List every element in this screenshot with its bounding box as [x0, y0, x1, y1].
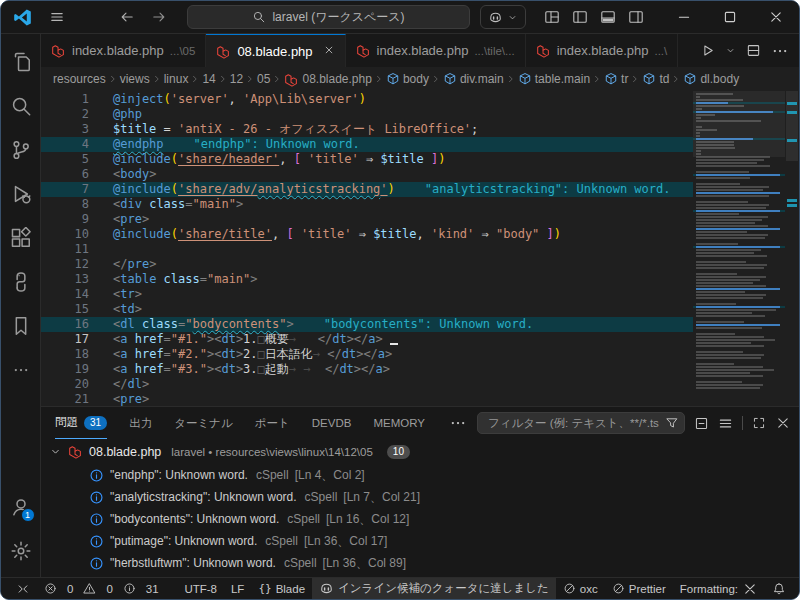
status-item-oxc[interactable]: oxc — [556, 578, 605, 599]
close-window-button[interactable] — [753, 1, 799, 34]
code-line[interactable]: 20</dl> — [41, 377, 693, 392]
panel-tab-ターミナル[interactable]: ターミナル — [174, 407, 233, 439]
breadcrumb-item[interactable]: 12 — [230, 72, 243, 86]
breadcrumb-file[interactable]: 08.blade.php — [284, 72, 371, 87]
editor-scrollbar[interactable] — [785, 91, 799, 406]
menu-icon[interactable] — [49, 9, 65, 25]
code-line[interactable]: 1@inject('server', 'App\Lib\server') — [41, 92, 693, 107]
panel-tab-問題[interactable]: 問題31 — [55, 407, 107, 439]
minimap-slider[interactable] — [693, 91, 785, 157]
problem-row[interactable]: "putimage": Unknown word.cSpell[Ln 36、Co… — [41, 530, 799, 552]
run-options-chevron-icon[interactable] — [725, 45, 736, 56]
toggle-secondary-sidebar-icon[interactable] — [628, 9, 644, 25]
breadcrumb-item[interactable]: linux — [164, 72, 189, 86]
problem-row[interactable]: "endphp": Unknown word.cSpell[Ln 4、Col 2… — [41, 464, 799, 486]
breadcrumb-item[interactable]: 05 — [257, 72, 270, 86]
forward-icon[interactable] — [151, 9, 167, 25]
activitybar-more[interactable] — [1, 348, 41, 392]
breadcrumb-item[interactable]: resources — [53, 72, 106, 86]
activitybar-source-control[interactable] — [1, 128, 41, 172]
code-line[interactable]: 12</pre> — [41, 257, 693, 272]
activitybar-extensions[interactable] — [1, 216, 41, 260]
activitybar-settings[interactable] — [1, 529, 41, 573]
activitybar-explorer[interactable] — [1, 40, 41, 84]
activitybar-bookmarks[interactable] — [1, 304, 41, 348]
problems-filter[interactable] — [477, 412, 685, 434]
activitybar-python[interactable] — [1, 260, 41, 304]
code-line[interactable]: 11 — [41, 242, 693, 257]
problems-filter-input[interactable] — [486, 416, 661, 430]
status-item-lf[interactable]: LF — [224, 578, 251, 599]
activitybar-accounts[interactable]: 1 — [1, 485, 41, 529]
code-line[interactable]: 15<td> — [41, 302, 693, 317]
code-line[interactable]: 8<div class="main"> — [41, 197, 693, 212]
problem-row[interactable]: "analyticstracking": Unknown word.cSpell… — [41, 486, 799, 508]
activitybar-search[interactable] — [1, 84, 41, 128]
breadcrumb-symbol[interactable]: td — [642, 72, 669, 86]
panel-tab-DEVDB[interactable]: DEVDB — [312, 407, 352, 439]
code-line[interactable]: 18<a href="#2."><dt>2.□日本語化→ </dt></a> — [41, 347, 693, 362]
code-line[interactable]: 7@include('share/adv/analyticstracking')… — [41, 182, 693, 197]
problem-row[interactable]: "bodycontents": Unknown word.cSpell[Ln 1… — [41, 508, 799, 530]
problem-row[interactable]: "herbstluftwm": Unknown word.cSpell[Ln 3… — [41, 552, 799, 574]
code-line[interactable]: 21<pre> — [41, 392, 693, 406]
code-line[interactable]: 9<pre> — [41, 212, 693, 227]
status-item-utf-8[interactable]: UTF-8 — [177, 578, 224, 599]
status-item-prettier[interactable]: Prettier — [605, 578, 673, 599]
filter-icon[interactable] — [665, 416, 679, 430]
chevron-down-icon[interactable] — [49, 445, 62, 458]
minimap[interactable] — [693, 91, 785, 406]
tab-close-icon[interactable] — [323, 44, 335, 59]
editor-tab[interactable]: index.blade.php...\05 — [41, 34, 206, 67]
maximize-button[interactable] — [707, 1, 753, 34]
close-panel-icon[interactable] — [775, 415, 791, 431]
problems-file-group[interactable]: 08.blade.php laravel • resources\views\l… — [41, 439, 799, 464]
breadcrumb-symbol[interactable]: div.main — [443, 72, 504, 86]
code-line[interactable]: 3$title = 'antiX - 26 - オフィススイート LibreOf… — [41, 122, 693, 137]
code-line[interactable]: 4@endphp"endphp": Unknown word. — [41, 137, 693, 152]
code-line[interactable]: 6<body> — [41, 167, 693, 182]
status-item-bell[interactable] — [765, 578, 793, 599]
run-button[interactable] — [700, 43, 715, 58]
status-item-blade[interactable]: {}Blade — [251, 578, 312, 599]
copilot-menu[interactable] — [480, 5, 526, 29]
panel-tab-出力[interactable]: 出力 — [129, 407, 152, 439]
breadcrumb-symbol[interactable]: tr — [604, 72, 628, 86]
status-problems[interactable]: 0031 — [37, 578, 172, 599]
activitybar-run-debug[interactable] — [1, 172, 41, 216]
editor-tab[interactable]: index.blade.php...\tile\... — [346, 34, 526, 67]
panel-tab-MEMORY[interactable]: MEMORY — [373, 407, 425, 439]
toggle-primary-sidebar-icon[interactable] — [572, 9, 588, 25]
collapse-all-icon[interactable] — [694, 416, 709, 431]
code-line[interactable]: 14<tr> — [41, 287, 693, 302]
code-line[interactable]: 10@include('share/title', [ 'title' ⇒ $t… — [41, 227, 693, 242]
status-item--[interactable]: インライン候補のクォータに達しました — [312, 578, 556, 599]
editor-tab[interactable]: index.blade.php...\ — [526, 34, 679, 67]
toggle-panel-icon[interactable] — [600, 9, 616, 25]
more-actions-icon[interactable] — [771, 42, 789, 60]
command-center-search[interactable]: laravel (ワークスペース) — [187, 5, 470, 29]
code-line[interactable]: 19<a href="#3."><dt>3.□起動→ → </dt></a> — [41, 362, 693, 377]
breadcrumb-symbol[interactable]: dl.body — [683, 72, 739, 86]
code-line[interactable]: 2@php — [41, 107, 693, 122]
view-as-table-icon[interactable] — [718, 416, 733, 431]
status-item-formatting-[interactable]: Formatting: — [673, 578, 765, 599]
code-line[interactable]: 17<a href="#1."><dt>1.□概要→ </dt></a> — [41, 332, 693, 347]
breadcrumb-symbol[interactable]: body — [386, 72, 429, 86]
editor-tab[interactable]: 08.blade.php — [206, 34, 345, 67]
breadcrumb-item[interactable]: views — [120, 72, 150, 86]
customize-layout-icon[interactable] — [544, 9, 560, 25]
panel-more-tabs-icon[interactable] — [449, 414, 467, 432]
breadcrumb-symbol[interactable]: table.main — [518, 72, 590, 86]
back-icon[interactable] — [119, 9, 135, 25]
code-line[interactable]: 16<dl class="bodycontents">"bodycontents… — [41, 317, 693, 332]
breadcrumb-item[interactable]: 14 — [202, 72, 215, 86]
maximize-panel-icon[interactable] — [752, 416, 766, 430]
remote-indicator[interactable] — [9, 578, 37, 599]
minimize-button[interactable] — [661, 1, 707, 34]
panel-tab-ポート[interactable]: ポート — [255, 407, 290, 439]
code-line[interactable]: 5@include('share/header', [ 'title' ⇒ $t… — [41, 152, 693, 167]
code-editor[interactable]: 1@inject('server', 'App\Lib\server')2@ph… — [41, 91, 799, 406]
split-editor-icon[interactable] — [746, 43, 761, 58]
code-line[interactable]: 13<table class="main"> — [41, 272, 693, 287]
